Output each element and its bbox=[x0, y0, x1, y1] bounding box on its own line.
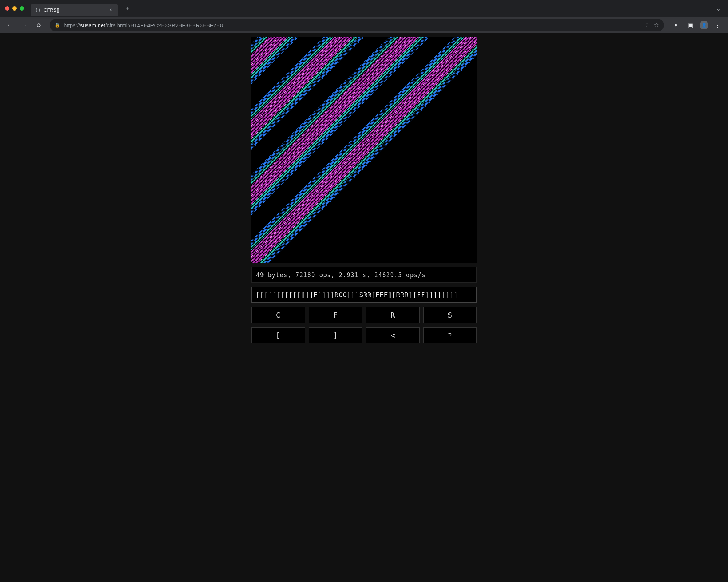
url-path: /cfrs.html#B14FE4RC2E3SR2BF3EBR3EBF2E8 bbox=[105, 22, 223, 28]
cmd-s-button[interactable]: S bbox=[423, 307, 477, 323]
reload-button[interactable]: ⟳ bbox=[33, 19, 45, 31]
cmd-open-bracket-button[interactable]: [ bbox=[251, 327, 305, 343]
browser-tab[interactable]: ( ) CFRS[] × bbox=[31, 4, 118, 16]
cmd-r-button[interactable]: R bbox=[366, 307, 420, 323]
reload-icon: ⟳ bbox=[37, 22, 41, 29]
command-button-row-2: [ ] < ? bbox=[251, 327, 477, 343]
arrow-left-icon: ← bbox=[7, 22, 13, 28]
cmd-undo-button[interactable]: < bbox=[366, 327, 420, 343]
cmd-help-button[interactable]: ? bbox=[423, 327, 477, 343]
status-bar: 49 bytes, 72189 ops, 2.931 s, 24629.5 op… bbox=[251, 267, 477, 283]
cfrs-app: 49 bytes, 72189 ops, 2.931 s, 24629.5 op… bbox=[251, 37, 477, 582]
new-tab-button[interactable]: + bbox=[122, 3, 132, 13]
window-close-icon[interactable] bbox=[5, 6, 9, 11]
tab-close-icon[interactable]: × bbox=[108, 7, 114, 13]
profile-avatar-icon[interactable]: 👤 bbox=[700, 21, 708, 29]
browser-chrome: ( ) CFRS[] × + ⌄ ← → ⟳ 🔒 https://susam.n… bbox=[0, 0, 728, 33]
url-host: susam.net bbox=[80, 22, 105, 28]
window-controls bbox=[5, 6, 24, 11]
side-panel-icon[interactable]: ▣ bbox=[685, 20, 695, 30]
address-bar[interactable]: 🔒 https://susam.net/cfrs.html#B14FE4RC2E… bbox=[50, 19, 664, 31]
window-minimize-icon[interactable] bbox=[12, 6, 17, 11]
url-text: https://susam.net/cfrs.html#B14FE4RC2E3S… bbox=[64, 22, 641, 28]
page-viewport: 49 bytes, 72189 ops, 2.931 s, 24629.5 op… bbox=[0, 33, 728, 582]
cmd-close-bracket-button[interactable]: ] bbox=[309, 327, 363, 343]
tab-favicon-icon: ( ) bbox=[35, 7, 41, 13]
url-scheme: https:// bbox=[64, 22, 80, 28]
arrow-right-icon: → bbox=[21, 22, 27, 28]
avatar-glyph: 👤 bbox=[701, 23, 707, 28]
cmd-f-button[interactable]: F bbox=[309, 307, 363, 323]
extensions-icon[interactable]: ✦ bbox=[670, 20, 681, 30]
cmd-c-button[interactable]: C bbox=[251, 307, 305, 323]
code-input[interactable]: [[[[[[[[[[[[[[F]]]]RCC]]]SRR[FFF][RRR][F… bbox=[251, 287, 477, 303]
tab-list-chevron-icon[interactable]: ⌄ bbox=[714, 3, 723, 14]
drawing-canvas bbox=[251, 37, 477, 263]
bookmark-star-icon[interactable]: ☆ bbox=[654, 22, 659, 28]
browser-toolbar: ← → ⟳ 🔒 https://susam.net/cfrs.html#B14F… bbox=[0, 17, 728, 33]
kebab-menu-icon[interactable]: ⋮ bbox=[713, 20, 723, 30]
back-button[interactable]: ← bbox=[4, 19, 16, 31]
window-zoom-icon[interactable] bbox=[20, 6, 24, 11]
tab-title: CFRS[] bbox=[44, 7, 105, 13]
command-button-row-1: C F R S bbox=[251, 307, 477, 323]
tab-strip: ( ) CFRS[] × + ⌄ bbox=[0, 0, 728, 17]
lock-icon: 🔒 bbox=[55, 23, 60, 28]
forward-button[interactable]: → bbox=[18, 19, 31, 31]
share-icon[interactable]: ⇪ bbox=[644, 22, 649, 28]
